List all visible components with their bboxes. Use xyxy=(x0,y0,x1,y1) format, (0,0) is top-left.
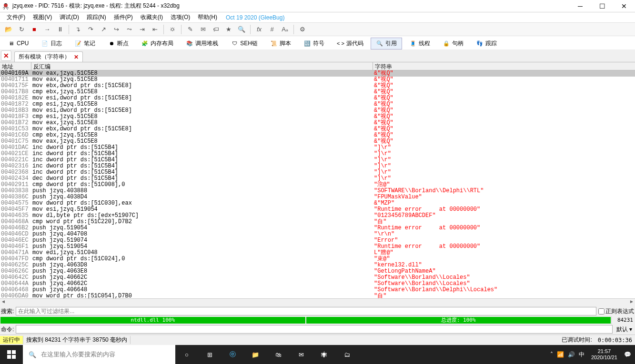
tab-label: 线程 xyxy=(419,39,430,48)
stepout-icon[interactable]: ↗ xyxy=(98,24,109,35)
menu-view[interactable]: 视图(V) xyxy=(29,12,56,22)
notifications-icon[interactable]: 💬 xyxy=(624,351,631,358)
table-row[interactable]: 004046ECpush jzyq.519074"Error" xyxy=(0,237,635,244)
start-button[interactable] xyxy=(0,345,23,364)
sub-tab-all-modules-strings[interactable]: 所有模块（字符串） ✕ xyxy=(14,51,83,62)
traceto-icon[interactable]: ↪ xyxy=(111,24,122,35)
fx-icon[interactable]: fx xyxy=(253,24,265,35)
volume-icon[interactable]: 🔊 xyxy=(568,351,575,358)
col-string[interactable]: 字符串 xyxy=(373,62,635,70)
table-row[interactable]: 0040642Cpush jzyq.40662C"Software\\Borla… xyxy=(0,275,635,281)
main-tab-12[interactable]: 🔒句柄 xyxy=(437,38,469,49)
bookmark-icon[interactable]: ★ xyxy=(223,24,234,35)
pause-icon[interactable]: ⏸ xyxy=(54,24,66,35)
menu-file[interactable]: 文件(F) xyxy=(3,12,29,22)
explorer-icon[interactable]: 📁 xyxy=(244,345,267,364)
edge-icon[interactable]: ⓔ xyxy=(221,345,244,364)
main-tab-0[interactable]: 🖥CPU xyxy=(2,38,34,49)
findref-icon[interactable]: 🔍 xyxy=(236,24,247,35)
status-bar: 运行中 搜索到 84231 个字符串于 38750 毫秒内 已调试时间: 0:0… xyxy=(0,334,635,345)
stepinto-icon[interactable]: ↴ xyxy=(72,24,83,35)
main-tab-11[interactable]: 🧵线程 xyxy=(404,38,435,49)
menu-trace[interactable]: 跟踪(N) xyxy=(83,12,110,22)
app-icon[interactable]: 🗂 xyxy=(335,345,358,364)
regex-checkbox[interactable] xyxy=(598,308,605,315)
main-tab-8[interactable]: 🔣符号 xyxy=(298,38,330,49)
patch-icon[interactable]: ✎ xyxy=(184,24,196,35)
search-input[interactable] xyxy=(16,307,596,315)
comment-icon[interactable]: ✉ xyxy=(197,24,209,35)
x32dbg-taskbar-icon[interactable]: 🕷 xyxy=(312,345,335,364)
table-row[interactable]: 00403838push jzyq.403888"SOFTWARE\\Borla… xyxy=(0,188,635,194)
command-input[interactable] xyxy=(16,325,612,334)
table-row[interactable]: 004047FDcmp dword ptr ds:[51C024],0"束@" xyxy=(0,256,635,262)
status-found: 搜索到 84231 个字符串于 38750 毫秒内 xyxy=(23,336,131,344)
main-tab-3[interactable]: ⏺断点 xyxy=(102,38,134,49)
mail-icon[interactable]: ✉ xyxy=(290,345,312,364)
close-button[interactable]: ✕ xyxy=(613,0,635,12)
table-row[interactable]: 0040468Acmp word ptr ds:[51C220],D7B2"自" xyxy=(0,219,635,225)
stop-icon[interactable]: ■ xyxy=(29,24,40,35)
cortana-icon[interactable]: ○ xyxy=(175,345,198,364)
col-address[interactable]: 地址 xyxy=(0,62,31,70)
data-body[interactable]: 0040169Amov eax,jzyq.51C5E8&"视Q"00401711… xyxy=(0,70,635,298)
table-row[interactable]: 00406DA0mov word ptr ds:[51C054],D7B0"自" xyxy=(0,293,635,298)
hash-icon[interactable]: # xyxy=(266,24,278,35)
main-tab-7[interactable]: 📜脚本 xyxy=(265,38,296,49)
main-tab-6[interactable]: 🛡SEH链 xyxy=(225,38,263,49)
menu-favorites[interactable]: 收藏夹(I) xyxy=(137,12,167,22)
col-disassembly[interactable]: 反汇编 xyxy=(31,62,373,70)
command-mode-dropdown[interactable]: 默认 ▾ xyxy=(615,325,634,334)
table-row[interactable]: 00402911cmp dword ptr ds:[51C008],0"涫@" xyxy=(0,182,635,188)
taskbar-search[interactable]: 🔍 在这里输入你要搜索的内容 xyxy=(23,345,175,364)
table-row[interactable]: 0040626Cpush jzyq.4063E8"GetLongPathName… xyxy=(0,268,635,275)
open-icon[interactable]: 📂 xyxy=(3,24,14,35)
toolbar: 📂 ↻ ■ → ⏸ ↴ ↷ ↗ ↪ ⤳ ⇥ ⇤ ⛭ ✎ ✉ 🏷 ★ 🔍 fx #… xyxy=(0,23,635,36)
ime-indicator[interactable]: 中 xyxy=(579,351,585,359)
runuser-icon[interactable]: ⇤ xyxy=(149,24,161,35)
menu-options[interactable]: 选项(O) xyxy=(167,12,194,22)
regex-checkbox-label[interactable]: 正则表达式 xyxy=(598,307,634,315)
close-all-tabs-button[interactable]: ✕ xyxy=(1,50,11,61)
taskbar-clock[interactable]: 21:57 2020/10/21 xyxy=(588,348,620,361)
svg-rect-7 xyxy=(12,350,16,354)
label-icon[interactable]: 🏷 xyxy=(210,24,222,35)
table-row[interactable]: 004046B2push jzyq.519054"Runtime error a… xyxy=(0,225,635,231)
tab-label: 脚本 xyxy=(280,39,291,48)
close-tab-icon[interactable]: ✕ xyxy=(74,54,79,60)
text-icon[interactable]: Aₐ xyxy=(279,24,291,35)
scylla-icon[interactable]: ⛭ xyxy=(167,24,178,35)
minimize-button[interactable]: ─ xyxy=(569,0,591,12)
network-icon[interactable]: 📶 xyxy=(557,351,564,358)
main-tab-1[interactable]: 📄日志 xyxy=(36,38,67,49)
main-tab-5[interactable]: 📚调用堆栈 xyxy=(181,38,223,49)
tray-up-icon[interactable]: ˄ xyxy=(550,351,553,358)
traceover-icon[interactable]: ⤳ xyxy=(123,24,135,35)
table-row[interactable]: 004046CDpush jzyq.404708"\r\n" xyxy=(0,231,635,237)
stepover-icon[interactable]: ↷ xyxy=(85,24,96,35)
main-tab-9[interactable]: < >源代码 xyxy=(332,38,369,49)
cell-string: "Runtime error at 00000000" xyxy=(373,225,635,231)
tab-icon: ⏺ xyxy=(108,39,115,47)
horizontal-scrollbar[interactable] xyxy=(0,298,635,306)
cell-string: "自" xyxy=(373,293,635,298)
status-time-value: 0:00:03:36 xyxy=(595,337,635,344)
restart-icon[interactable]: ↻ xyxy=(16,24,27,35)
menu-debug[interactable]: 调试(D) xyxy=(56,12,83,22)
main-tab-4[interactable]: 🧩内存布局 xyxy=(136,38,179,49)
run-icon[interactable]: → xyxy=(41,24,53,35)
maximize-button[interactable]: ☐ xyxy=(591,0,613,12)
main-tab-2[interactable]: 📝笔记 xyxy=(69,38,101,49)
tab-icon: 🛡 xyxy=(231,39,238,47)
runret-icon[interactable]: ⇥ xyxy=(136,24,148,35)
main-tab-13[interactable]: 👣跟踪 xyxy=(471,38,502,49)
store-icon[interactable]: 🛍 xyxy=(267,345,290,364)
main-tab-10[interactable]: 🔍引用 xyxy=(371,38,402,49)
menu-help[interactable]: 帮助(H) xyxy=(194,12,221,22)
table-row[interactable]: 0040644Apush jzyq.40662C"Software\\Borla… xyxy=(0,281,635,287)
taskview-icon[interactable]: ⊞ xyxy=(198,345,221,364)
search-label: 搜索: xyxy=(1,307,14,315)
menu-plugins[interactable]: 插件(P) xyxy=(110,12,137,22)
settings-icon[interactable]: ⚙ xyxy=(297,24,308,35)
table-row[interactable]: 0040625Cpush jzyq.4063D8"kernel32.dll" xyxy=(0,262,635,268)
